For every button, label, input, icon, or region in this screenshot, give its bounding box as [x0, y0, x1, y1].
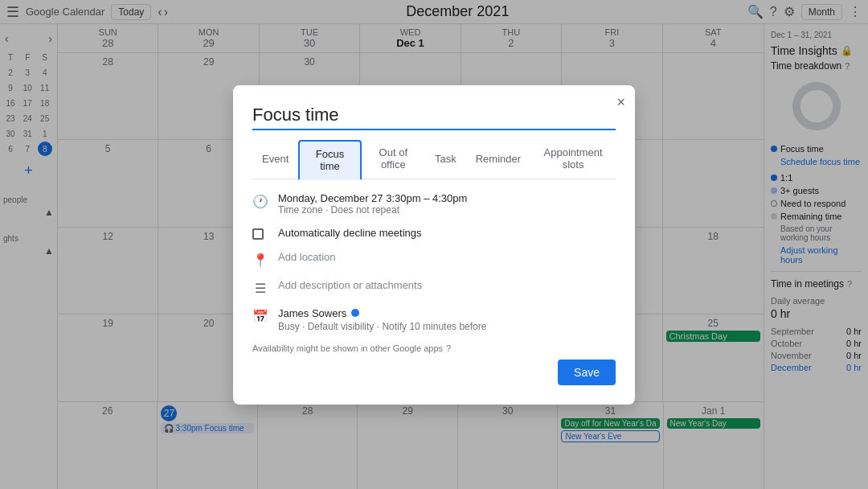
- user-sub: Busy · Default visibility · Notify 10 mi…: [278, 321, 616, 332]
- modal-location-row: 📍 Add location: [252, 251, 616, 268]
- description-icon: ☰: [252, 281, 268, 296]
- modal-user-content: James Sowers Busy · Default visibility ·…: [278, 307, 616, 332]
- modal-datetime[interactable]: Monday, December 27 3:30pm – 4:30pm: [278, 192, 616, 204]
- tab-reminder[interactable]: Reminder: [466, 140, 530, 179]
- tab-task[interactable]: Task: [425, 140, 466, 179]
- modal-user-row: 📅 James Sowers Busy · Default visibility…: [252, 307, 616, 332]
- modal-title-input[interactable]: [252, 105, 616, 130]
- tab-out-of-office[interactable]: Out of office: [362, 140, 425, 179]
- modal-user: James Sowers: [278, 307, 616, 319]
- location-icon: 📍: [252, 253, 268, 268]
- modal-timezone: Time zone · Does not repeat: [278, 204, 616, 216]
- decline-checkbox[interactable]: [252, 228, 264, 240]
- user-dot: [351, 309, 359, 317]
- modal-description-content: Add description or attachments: [278, 279, 616, 291]
- tab-event[interactable]: Event: [252, 140, 298, 179]
- event-modal: × Event Focus time Out of office Task Re…: [233, 85, 635, 405]
- modal-decline-row: Automatically decline meetings: [252, 227, 616, 240]
- description-placeholder[interactable]: Add description or attachments: [278, 279, 616, 291]
- modal-datetime-content: Monday, December 27 3:30pm – 4:30pm Time…: [278, 192, 616, 216]
- location-placeholder[interactable]: Add location: [278, 251, 616, 263]
- calendar-icon: 📅: [252, 309, 268, 324]
- user-name: James Sowers: [278, 307, 346, 319]
- modal-decline-content: Automatically decline meetings: [278, 227, 616, 239]
- hint-help-icon[interactable]: ?: [446, 343, 451, 353]
- modal-location-content: Add location: [278, 251, 616, 263]
- modal-actions: Save: [252, 360, 616, 385]
- modal-close-button[interactable]: ×: [616, 95, 625, 109]
- tab-appointment-slots[interactable]: Appointment slots: [530, 140, 616, 179]
- square-icon: [252, 228, 268, 240]
- modal-overlay[interactable]: × Event Focus time Out of office Task Re…: [0, 0, 868, 489]
- decline-meetings-label: Automatically decline meetings: [278, 227, 616, 239]
- modal-datetime-row: 🕐 Monday, December 27 3:30pm – 4:30pm Ti…: [252, 192, 616, 216]
- availability-hint: Availability might be shown in other Goo…: [252, 343, 443, 353]
- save-button[interactable]: Save: [558, 360, 616, 385]
- modal-tabs: Event Focus time Out of office Task Remi…: [252, 140, 616, 179]
- modal-hint: Availability might be shown in other Goo…: [252, 343, 616, 353]
- modal-description-row: ☰ Add description or attachments: [252, 279, 616, 296]
- clock-icon: 🕐: [252, 194, 268, 209]
- tab-focus-time[interactable]: Focus time: [298, 140, 361, 180]
